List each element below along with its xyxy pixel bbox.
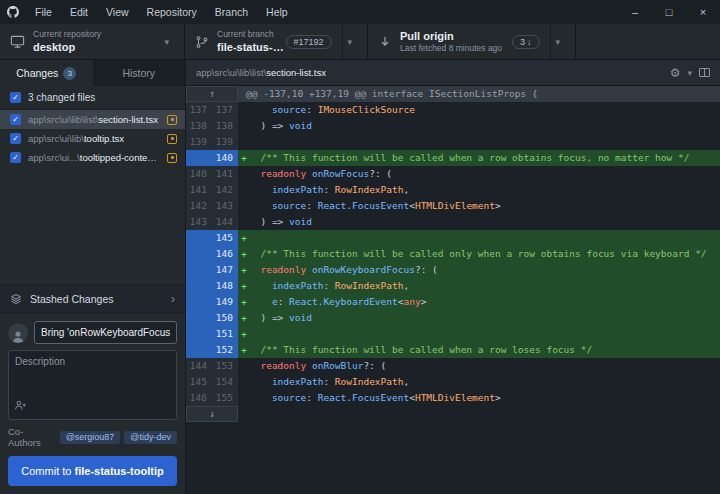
hunk-header-row: ↑@@ -137,10 +137,19 @@ interface ISectio… [186,86,720,102]
minimize-button[interactable]: – [618,0,652,24]
diff-sign [238,182,249,198]
old-line-number[interactable]: 144 [186,358,212,374]
new-line-number[interactable]: 148 [212,278,238,294]
new-line-number[interactable]: 138 [212,118,238,134]
old-line-number[interactable] [186,246,212,262]
pull-origin-button[interactable]: Pull origin Last fetched 8 minutes ago 3… [368,24,576,59]
diff-line[interactable]: 150+ ) => void [186,310,720,326]
arrow-down-icon [378,35,392,49]
new-line-number[interactable]: 144 [212,214,238,230]
expand-up-button[interactable]: ↑ [186,86,238,102]
new-line-number[interactable]: 147 [212,262,238,278]
new-line-number[interactable]: 145 [212,230,238,246]
new-line-number[interactable]: 154 [212,374,238,390]
chevron-down-icon[interactable]: ▾ [551,37,566,47]
select-all-checkbox[interactable]: ✓ [10,92,21,103]
diff-line[interactable]: 138138 ) => void [186,118,720,134]
diff-line[interactable]: 141142 indexPath: RowIndexPath, [186,182,720,198]
menu-edit[interactable]: Edit [61,0,97,24]
diff-line[interactable]: 137137 source: IMouseClickSource [186,102,720,118]
coauthor-chip[interactable]: @tidy-dev [124,431,177,444]
old-line-number[interactable]: 145 [186,374,212,390]
chevron-down-icon[interactable]: ▾ [342,37,357,47]
old-line-number[interactable]: 142 [186,198,212,214]
coauthor-chip[interactable]: @sergiou87 [60,431,121,444]
old-line-number[interactable] [186,230,212,246]
code-line: indexPath: RowIndexPath, [238,182,720,198]
tab-changes[interactable]: Changes 3 [0,60,93,86]
old-line-number[interactable]: 138 [186,118,212,134]
menu-repository[interactable]: Repository [138,0,206,24]
new-line-number[interactable]: 140 [212,150,238,166]
diff-line[interactable]: 146+ /** This function will be called on… [186,246,720,262]
old-line-number[interactable] [186,278,212,294]
close-button[interactable]: × [686,0,720,24]
diff-line[interactable]: 151+ [186,326,720,342]
diff-line[interactable]: 145+ [186,230,720,246]
old-line-number[interactable] [186,262,212,278]
old-line-number[interactable] [186,294,212,310]
new-line-number[interactable]: 152 [212,342,238,358]
diff-line[interactable]: 147+ readonly onRowKeyboardFocus?: ( [186,262,720,278]
old-line-number[interactable]: 143 [186,214,212,230]
new-line-number[interactable]: 150 [212,310,238,326]
menu-branch[interactable]: Branch [206,0,257,24]
old-line-number[interactable]: 146 [186,390,212,406]
chevron-down-icon[interactable]: ▾ [687,68,692,78]
file-checkbox[interactable]: ✓ [10,114,21,125]
file-checkbox[interactable]: ✓ [10,152,21,163]
old-line-number[interactable]: 140 [186,166,212,182]
new-line-number[interactable]: 143 [212,198,238,214]
current-branch-button[interactable]: Current branch file-status-too... #17192… [185,24,368,59]
new-line-number[interactable]: 153 [212,358,238,374]
expand-down-button[interactable]: ↓ [186,406,238,422]
new-line-number[interactable]: 155 [212,390,238,406]
old-line-number[interactable]: 137 [186,102,212,118]
maximize-button[interactable]: □ [652,0,686,24]
diff-line[interactable]: 149+ e: React.KeyboardEvent<any> [186,294,720,310]
tab-history[interactable]: History [93,60,186,86]
menu-view[interactable]: View [97,0,138,24]
diff-line[interactable]: 152+ /** This function will be called wh… [186,342,720,358]
new-line-number[interactable]: 139 [212,134,238,150]
new-line-number[interactable]: 142 [212,182,238,198]
file-row[interactable]: ✓app\src\ui\lib\list\section-list.tsx [0,110,185,129]
diff-line[interactable]: 143144 ) => void [186,214,720,230]
file-row[interactable]: ✓app\src\ui...\tooltipped-content.tsx [0,148,185,167]
diff-sign: + [238,278,249,294]
diff-line[interactable]: 142143 source: React.FocusEvent<HTMLDivE… [186,198,720,214]
old-line-number[interactable] [186,310,212,326]
diff-line[interactable]: 140141 readonly onRowFocus?: ( [186,166,720,182]
menu-file[interactable]: File [26,0,61,24]
description-box [8,350,177,420]
add-coauthor-button[interactable] [14,399,27,415]
menu-help[interactable]: Help [257,0,297,24]
old-line-number[interactable] [186,150,212,166]
diff-line[interactable]: 139139 [186,134,720,150]
commit-description-input[interactable] [9,351,176,397]
diff-line[interactable]: 148+ indexPath: RowIndexPath, [186,278,720,294]
split-view-icon[interactable] [699,68,710,77]
stashed-changes-row[interactable]: Stashed Changes › [0,284,185,312]
commit-summary-input[interactable] [34,321,177,344]
diff-line[interactable]: 145154 indexPath: RowIndexPath, [186,374,720,390]
new-line-number[interactable]: 141 [212,166,238,182]
old-line-number[interactable] [186,342,212,358]
old-line-number[interactable] [186,326,212,342]
commit-button[interactable]: Commit to file-status-tooltip [8,456,177,486]
file-checkbox[interactable]: ✓ [10,133,21,144]
new-line-number[interactable]: 151 [212,326,238,342]
current-repository-button[interactable]: Current repository desktop ▾ [0,24,185,59]
new-line-number[interactable]: 137 [212,102,238,118]
file-row[interactable]: ✓app\src\ui\lib\tooltip.tsx [0,129,185,148]
diff-sign: + [238,310,249,326]
diff-line[interactable]: 144153 readonly onRowBlur?: ( [186,358,720,374]
old-line-number[interactable]: 141 [186,182,212,198]
old-line-number[interactable]: 139 [186,134,212,150]
diff-line[interactable]: 146155 source: React.FocusEvent<HTMLDivE… [186,390,720,406]
new-line-number[interactable]: 146 [212,246,238,262]
diff-line[interactable]: 140+ /** This function will be called wh… [186,150,720,166]
check-icon: ✓ [12,94,19,102]
diff-options-gear-icon[interactable]: ⚙ [670,67,681,79]
new-line-number[interactable]: 149 [212,294,238,310]
